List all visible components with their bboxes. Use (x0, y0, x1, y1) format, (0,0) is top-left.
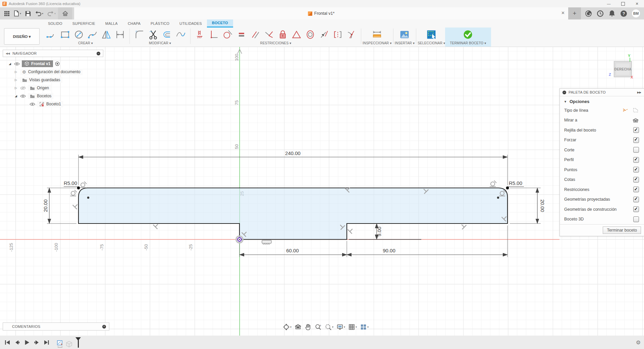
help-icon[interactable]: ? (620, 10, 627, 17)
tab-solido[interactable]: SOLIDO (43, 19, 67, 28)
palette-dot-icon[interactable]: − (562, 91, 566, 94)
line-tool-icon[interactable] (45, 28, 57, 41)
dim-r5-left[interactable]: R5.00 (64, 180, 78, 188)
checkbox-puntos[interactable] (633, 167, 639, 172)
group-label-crear[interactable]: CREAR ▾ (78, 41, 93, 47)
construction-linetype-icon[interactable] (622, 107, 629, 113)
group-label-modificar[interactable]: MODIFICAR ▾ (149, 41, 171, 47)
activate-radio-icon[interactable] (55, 61, 60, 66)
minimize-button[interactable]: — (602, 0, 616, 7)
spline-tool-icon[interactable] (86, 28, 99, 41)
section-collapse-icon[interactable]: ▼ (564, 100, 567, 103)
expand-icon[interactable]: ▷ (15, 86, 18, 90)
user-avatar[interactable]: BM (632, 9, 640, 17)
look-at-icon[interactable] (294, 323, 302, 331)
close-button[interactable]: ✕ (630, 0, 644, 7)
checkbox-forzar[interactable] (633, 137, 639, 143)
settings-gear-icon[interactable]: ⚙ (636, 339, 641, 346)
curvature-constraint-icon[interactable] (345, 28, 358, 41)
symmetric-brackets-icon[interactable] (331, 28, 344, 41)
redo-icon[interactable]: ▾ (46, 8, 57, 18)
group-label-insertar[interactable]: INSERTAR ▾ (395, 41, 415, 47)
home-view-button[interactable] (58, 7, 72, 19)
orbit-icon[interactable]: ▾ (283, 323, 291, 331)
zoom-icon[interactable]: ± (315, 323, 322, 331)
group-label-seleccionar[interactable]: SELECCIONAR ▾ (418, 41, 445, 47)
symmetry-constraint-icon[interactable] (290, 28, 303, 41)
window-zoom-icon[interactable]: ▾ (325, 323, 333, 331)
checkbox-geometr-as-de-construcci-n[interactable] (633, 206, 639, 212)
document-tab[interactable]: Frontal v1* ✕ (74, 7, 568, 19)
timeline-step-back-icon[interactable] (14, 340, 20, 345)
viewcube-face[interactable]: DERECHA (614, 61, 632, 77)
group-label-inspeccionar[interactable]: INSPECCIONAR ▾ (363, 41, 392, 47)
fixed-constraint-icon[interactable] (194, 28, 206, 41)
midpoint-constraint-icon[interactable] (318, 28, 330, 41)
timeline-skip-start-icon[interactable] (5, 340, 10, 345)
tab-plástico[interactable]: PLÁSTICO (146, 19, 174, 28)
collapse-icon[interactable]: ◀◀ (6, 52, 10, 55)
dim-60[interactable]: 60.00 (239, 241, 347, 257)
select-tool-icon[interactable] (425, 28, 438, 41)
measure-tool-icon[interactable] (371, 28, 383, 41)
pan-hand-icon[interactable] (305, 323, 312, 331)
checkbox-boceto-3d[interactable] (633, 216, 639, 222)
checkbox-geometr-as-proyectadas[interactable] (633, 197, 639, 202)
finish-sketch-check-icon[interactable] (462, 28, 474, 41)
new-tab-button[interactable]: + (568, 7, 581, 19)
tab-utilidades[interactable]: UTILIDADES (174, 19, 207, 28)
grid-settings-icon[interactable]: ▾ (348, 323, 357, 331)
circle-tool-icon[interactable] (72, 28, 85, 41)
offset-tool-icon[interactable] (161, 28, 173, 41)
sketch-profile[interactable] (78, 188, 507, 240)
timeline-skip-end-icon[interactable] (44, 340, 49, 345)
finish-sketch-palette-button[interactable]: Terminar boceto (603, 227, 641, 234)
look-at-plane-icon[interactable] (632, 117, 639, 123)
collinear-constraint-icon[interactable] (263, 28, 275, 41)
equal-constraint-icon[interactable] (235, 28, 248, 41)
design-workspace-dropdown[interactable]: DISEÑO ▾ (4, 28, 40, 45)
timeline-sketch-feature-icon[interactable] (57, 340, 64, 348)
tangent-constraint-icon[interactable] (221, 28, 234, 41)
tree-item-frontal[interactable]: ◢ Frontal v1 (9, 60, 103, 68)
group-label-restricciones[interactable]: RESTRICCIONES ▾ (260, 41, 291, 47)
rectangle-tool-icon[interactable] (59, 28, 71, 41)
timeline-play-icon[interactable] (24, 340, 30, 345)
document-tab-close-icon[interactable]: ✕ (561, 10, 565, 15)
dim-r5-right[interactable]: R5.00 (507, 180, 524, 188)
palette-section-opciones[interactable]: ▼ Opciones (560, 96, 644, 105)
fillet-tool-icon[interactable] (133, 28, 146, 41)
timeline-position-marker[interactable] (75, 337, 81, 348)
timeline-step-forward-icon[interactable] (34, 340, 40, 345)
sketch-dimension-tool-icon[interactable] (114, 28, 126, 41)
checkbox-corte[interactable] (633, 147, 639, 153)
expand-icon[interactable]: ▷ (15, 70, 18, 73)
file-menu-icon[interactable]: ▾ (12, 8, 23, 18)
comments-add-icon[interactable]: + (102, 325, 106, 329)
tab-chapa[interactable]: CHAPA (123, 19, 146, 28)
tree-item-vistas[interactable]: ▷ Vistas guardadas (15, 76, 103, 84)
expand-icon[interactable]: ▷ (15, 78, 18, 82)
lock-constraint-icon[interactable] (276, 28, 289, 41)
palette-expand-icon[interactable]: ▶▶ (637, 91, 641, 94)
tree-item-boceto1[interactable]: Boceto1 (30, 100, 103, 108)
tree-item-bocetos[interactable]: ◢ Bocetos (15, 92, 103, 100)
linetype-box-icon[interactable] (632, 107, 639, 113)
palette-header[interactable]: − PALETA DE BOCETO ▶▶ (560, 89, 644, 96)
expand-icon[interactable]: ◢ (9, 62, 12, 65)
checkbox-restricciones[interactable] (633, 187, 639, 192)
vertical-horizontal-constraint-icon[interactable] (208, 28, 220, 41)
group-label-terminar[interactable]: TERMINAR BOCETO ▾ (450, 41, 486, 47)
checkbox-cotas[interactable] (633, 177, 639, 183)
display-settings-icon[interactable]: ▾ (336, 323, 345, 331)
curve-tool-icon[interactable] (174, 28, 187, 41)
maximize-button[interactable] (616, 0, 630, 7)
dim-240[interactable]: 240.00 (78, 150, 507, 185)
navigator-header[interactable]: ◀◀ NAVEGADOR − (3, 50, 103, 57)
app-grid-icon[interactable] (3, 8, 11, 18)
dim-90[interactable]: 90.00 (347, 226, 507, 257)
tree-item-configuracion[interactable]: ▷ ⚙ Configuración del documento (15, 68, 103, 76)
expand-icon[interactable]: ◢ (15, 94, 18, 98)
checkbox-rejilla-del-boceto[interactable] (633, 127, 639, 133)
mirror-tool-icon[interactable] (100, 28, 112, 41)
